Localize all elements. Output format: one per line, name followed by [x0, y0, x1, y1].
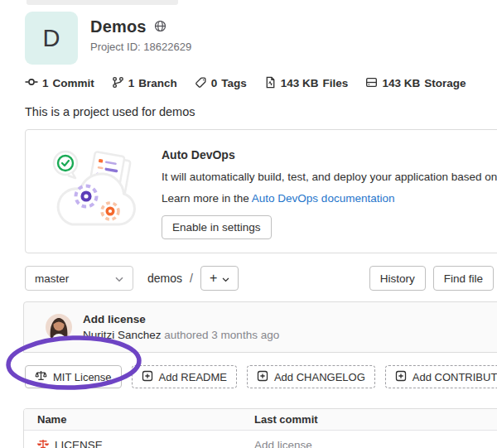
- suggested-files-row: MIT License Add README Add CHANGELOG: [25, 365, 497, 388]
- files-table-header: Name Last commit: [24, 409, 497, 431]
- project-stats: 1 Commit 1 Branch 0 Tags: [25, 75, 497, 91]
- commit-title-link[interactable]: Add license: [83, 313, 279, 325]
- mit-license-button[interactable]: MIT License: [25, 365, 122, 388]
- scale-icon: [35, 369, 47, 384]
- storage-icon: [365, 76, 378, 91]
- auto-devops-banner: Auto DevOps It will automatically build,…: [25, 129, 497, 253]
- devops-description: It will automatically build, test, and d…: [162, 171, 497, 183]
- stat-commits[interactable]: 1 Commit: [25, 75, 94, 91]
- chevron-down-icon: [115, 272, 123, 285]
- file-entry-license[interactable]: LICENSE: [37, 438, 254, 448]
- add-readme-button[interactable]: Add README: [132, 365, 237, 388]
- find-file-button[interactable]: Find file: [433, 266, 494, 291]
- author-avatar[interactable]: [46, 314, 72, 340]
- stat-branches[interactable]: 1 Branch: [112, 76, 177, 91]
- history-button[interactable]: History: [369, 266, 426, 291]
- stat-files[interactable]: 143 KB Files: [264, 76, 349, 91]
- plus-square-icon: [142, 370, 153, 384]
- project-description: This is a project used for demos: [25, 105, 497, 118]
- globe-icon: [154, 20, 166, 35]
- tag-icon: [195, 76, 207, 91]
- last-commit-box: Add license Nuritzi Sanchez authored 3 m…: [23, 301, 497, 353]
- files-table: Name Last commit LICENSE Add license: [23, 408, 497, 448]
- column-last-commit: Last commit: [254, 413, 497, 426]
- branch-icon: [112, 76, 124, 91]
- plus-icon: +: [210, 272, 217, 285]
- commit-author-link[interactable]: Nuritzi Sanchez: [83, 329, 162, 341]
- plus-square-icon: [257, 370, 268, 384]
- devops-learn-more-text: Learn more in the: [162, 192, 252, 205]
- chevron-down-icon: [222, 272, 229, 285]
- project-header: D Demos Project ID: 18622629: [25, 12, 497, 65]
- plus-square-icon: [395, 370, 407, 384]
- cutoff-element-fragment: [27, 0, 178, 5]
- table-row[interactable]: LICENSE Add license: [24, 431, 497, 448]
- auto-devops-docs-link[interactable]: Auto DevOps documentation: [252, 192, 395, 205]
- commit-time: authored 3 months ago: [164, 329, 279, 341]
- commit-icon: [25, 75, 38, 91]
- file-last-commit-link[interactable]: Add license: [254, 439, 497, 448]
- project-id: Project ID: 18622629: [90, 41, 191, 53]
- file-icon: [264, 76, 277, 91]
- stat-tags[interactable]: 0 Tags: [195, 76, 247, 91]
- column-name: Name: [37, 413, 254, 426]
- add-file-dropdown-button[interactable]: +: [200, 266, 239, 291]
- stat-storage[interactable]: 143 KB Storage: [365, 76, 466, 91]
- repo-controls: master demos / + History Find file: [25, 266, 494, 291]
- cloud-gears-illustration: [47, 142, 143, 239]
- license-file-icon: [37, 438, 49, 448]
- page: D Demos Project ID: 18622629 1 Commit: [0, 12, 497, 448]
- page-title: Demos: [90, 17, 147, 36]
- gitlab-project-page: { "header": { "avatar_letter": "D", "tit…: [0, 0, 497, 448]
- branch-selector[interactable]: master: [25, 266, 133, 291]
- add-changelog-button[interactable]: Add CHANGELOG: [247, 365, 375, 388]
- project-avatar: D: [25, 12, 78, 65]
- breadcrumb-separator: /: [190, 272, 193, 285]
- breadcrumb-project[interactable]: demos: [147, 272, 182, 285]
- enable-in-settings-button[interactable]: Enable in settings: [162, 215, 272, 239]
- devops-title: Auto DevOps: [162, 148, 497, 161]
- add-contributing-button[interactable]: Add CONTRIBUTING: [385, 365, 497, 388]
